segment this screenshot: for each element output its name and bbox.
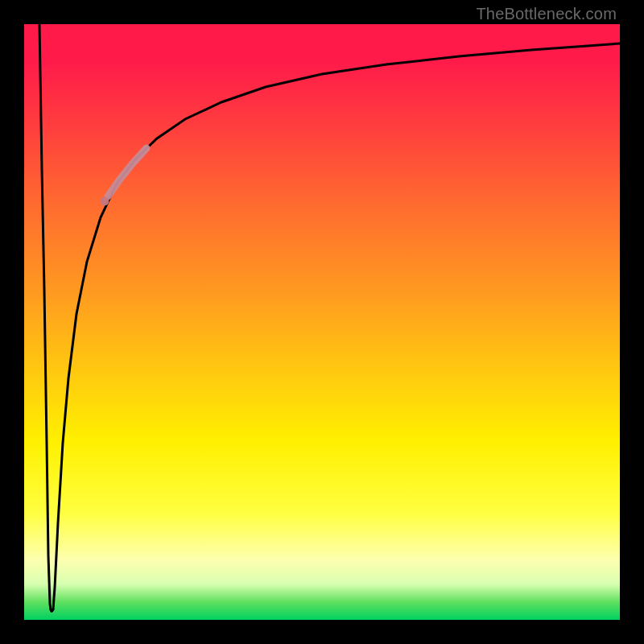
curve-layer [24,24,620,620]
curve-highlight-endcap [101,197,109,206]
curve-left-drop [39,24,51,609]
chart-frame: TheBottleneck.com [0,0,644,644]
plot-area [24,24,620,620]
curve-highlight-segment [108,148,147,196]
curve-main [53,43,620,609]
watermark-text: TheBottleneck.com [476,5,617,23]
